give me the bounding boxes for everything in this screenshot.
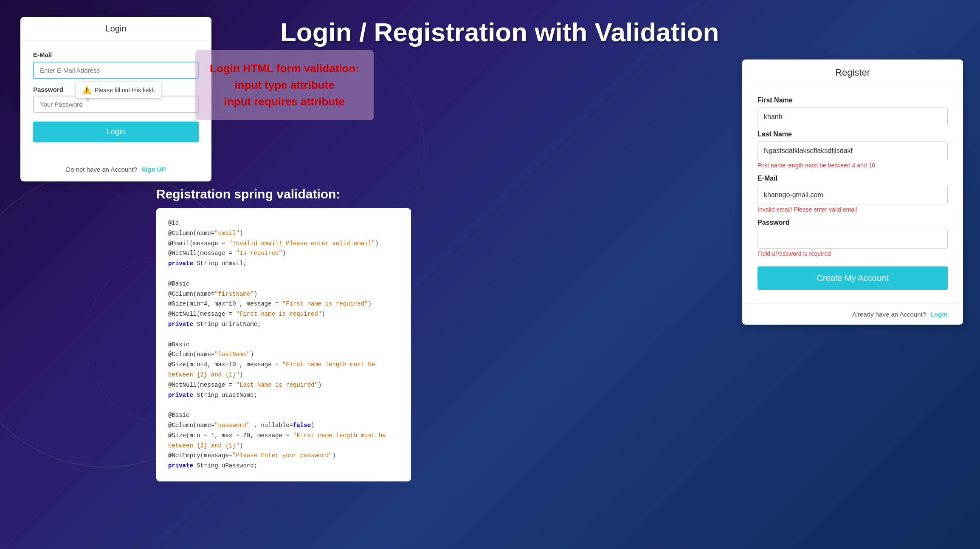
annotation-line3: input requires attribute xyxy=(208,93,361,110)
login-button[interactable]: Login xyxy=(33,122,199,142)
register-password-input[interactable] xyxy=(758,230,948,249)
warning-icon: ⚠️ xyxy=(82,85,91,95)
password-group: Password Field uPassword is required xyxy=(758,219,948,257)
login-card-header: Login xyxy=(20,17,211,41)
tooltip-text: Please fill out this field. xyxy=(95,87,155,93)
email-error: Invalid email! Please enter valid email xyxy=(758,206,948,213)
email-input[interactable] xyxy=(33,62,199,79)
first-name-input[interactable] xyxy=(758,108,948,126)
register-footer: Already have an Account? Login xyxy=(742,303,963,325)
register-password-label: Password xyxy=(758,219,948,226)
last-name-error: First name length must be between 4 and … xyxy=(758,162,948,169)
register-card-body: First Name Last Name First name length m… xyxy=(742,86,963,300)
register-card: Register First Name Last Name First name… xyxy=(742,59,963,325)
password-error: Field uPassword is required xyxy=(758,250,948,257)
annotation-line2: input type attribute xyxy=(208,77,361,93)
annotation-box: Login HTML form validation: input type a… xyxy=(195,50,374,120)
first-name-group: First Name xyxy=(758,96,948,128)
last-name-label: Last Name xyxy=(758,130,948,138)
code-block: @Id @Column(name="email") @Email(message… xyxy=(156,208,411,481)
page-title: Login / Registration with Validation xyxy=(263,8,980,56)
last-name-group: Last Name First name length must be betw… xyxy=(758,130,948,169)
register-card-header: Register xyxy=(742,59,963,86)
password-label: Password xyxy=(33,86,63,93)
signup-link[interactable]: Sign UP xyxy=(141,166,166,173)
create-account-button[interactable]: Create My Account xyxy=(758,266,948,290)
login-card: Login E-Mail Password ⚠️ Please fill out… xyxy=(20,17,211,181)
first-name-label: First Name xyxy=(758,96,948,104)
email-group: E-Mail Invalid email! Please enter valid… xyxy=(758,175,948,213)
annotation-line1: Login HTML form validation: xyxy=(208,60,361,77)
last-name-input[interactable] xyxy=(758,141,948,160)
login-footer-text: Do not have an Account? xyxy=(66,166,137,173)
register-footer-text: Already have an Account? xyxy=(852,311,926,318)
code-section-title: Registration spring validation: xyxy=(156,187,411,201)
email-label: E-Mail xyxy=(33,51,199,58)
validation-tooltip: ⚠️ Please fill out this field. xyxy=(76,82,161,99)
register-email-label: E-Mail xyxy=(758,175,948,182)
register-email-input[interactable] xyxy=(758,186,948,204)
login-link[interactable]: Login xyxy=(930,311,948,318)
code-section: Registration spring validation: @Id @Col… xyxy=(156,187,411,481)
login-footer: Do not have an Account? Sign UP xyxy=(20,157,211,181)
login-card-body: E-Mail Password ⚠️ Please fill out this … xyxy=(20,41,211,153)
